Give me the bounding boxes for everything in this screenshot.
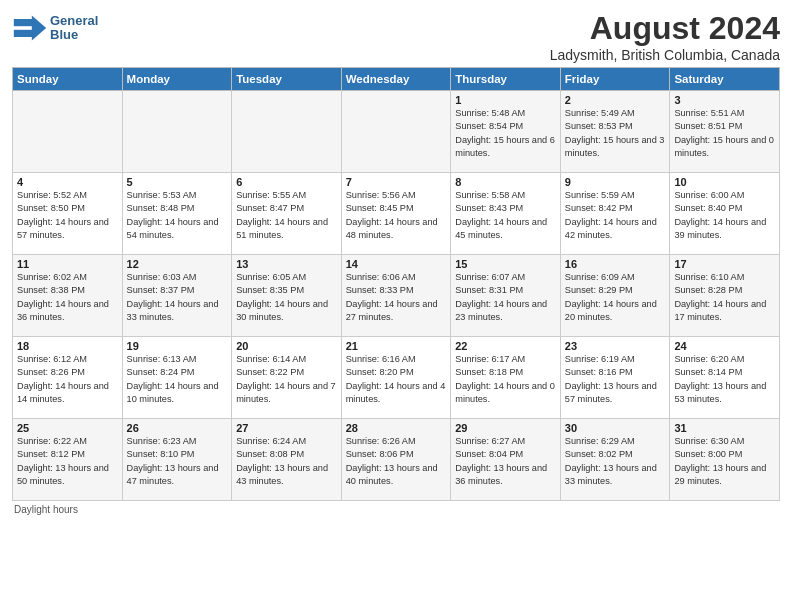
day-number: 13 [236,258,337,270]
day-cell: 18Sunrise: 6:12 AM Sunset: 8:26 PM Dayli… [13,337,123,419]
day-cell: 30Sunrise: 6:29 AM Sunset: 8:02 PM Dayli… [560,419,670,501]
day-cell: 11Sunrise: 6:02 AM Sunset: 8:38 PM Dayli… [13,255,123,337]
day-info: Sunrise: 5:53 AM Sunset: 8:48 PM Dayligh… [127,189,228,242]
day-info: Sunrise: 6:02 AM Sunset: 8:38 PM Dayligh… [17,271,118,324]
day-cell: 4Sunrise: 5:52 AM Sunset: 8:50 PM Daylig… [13,173,123,255]
title-block: August 2024 Ladysmith, British Columbia,… [550,10,780,63]
day-info: Sunrise: 5:49 AM Sunset: 8:53 PM Dayligh… [565,107,666,160]
footer: Daylight hours [12,504,780,515]
day-cell: 1Sunrise: 5:48 AM Sunset: 8:54 PM Daylig… [451,91,561,173]
day-cell: 13Sunrise: 6:05 AM Sunset: 8:35 PM Dayli… [232,255,342,337]
day-info: Sunrise: 5:52 AM Sunset: 8:50 PM Dayligh… [17,189,118,242]
day-info: Sunrise: 5:58 AM Sunset: 8:43 PM Dayligh… [455,189,556,242]
day-info: Sunrise: 6:13 AM Sunset: 8:24 PM Dayligh… [127,353,228,406]
day-number: 2 [565,94,666,106]
day-number: 26 [127,422,228,434]
week-row-1: 1Sunrise: 5:48 AM Sunset: 8:54 PM Daylig… [13,91,780,173]
week-row-2: 4Sunrise: 5:52 AM Sunset: 8:50 PM Daylig… [13,173,780,255]
day-number: 15 [455,258,556,270]
day-info: Sunrise: 6:12 AM Sunset: 8:26 PM Dayligh… [17,353,118,406]
svg-rect-2 [14,19,34,26]
day-info: Sunrise: 6:29 AM Sunset: 8:02 PM Dayligh… [565,435,666,488]
day-info: Sunrise: 5:55 AM Sunset: 8:47 PM Dayligh… [236,189,337,242]
day-cell: 20Sunrise: 6:14 AM Sunset: 8:22 PM Dayli… [232,337,342,419]
day-number: 25 [17,422,118,434]
day-number: 5 [127,176,228,188]
day-cell: 31Sunrise: 6:30 AM Sunset: 8:00 PM Dayli… [670,419,780,501]
day-cell: 8Sunrise: 5:58 AM Sunset: 8:43 PM Daylig… [451,173,561,255]
day-cell: 9Sunrise: 5:59 AM Sunset: 8:42 PM Daylig… [560,173,670,255]
day-number: 19 [127,340,228,352]
day-info: Sunrise: 6:22 AM Sunset: 8:12 PM Dayligh… [17,435,118,488]
day-cell [232,91,342,173]
weekday-header-row: SundayMondayTuesdayWednesdayThursdayFrid… [13,68,780,91]
day-number: 16 [565,258,666,270]
day-cell: 21Sunrise: 6:16 AM Sunset: 8:20 PM Dayli… [341,337,451,419]
day-cell: 23Sunrise: 6:19 AM Sunset: 8:16 PM Dayli… [560,337,670,419]
day-number: 22 [455,340,556,352]
day-info: Sunrise: 6:16 AM Sunset: 8:20 PM Dayligh… [346,353,447,406]
weekday-header-thursday: Thursday [451,68,561,91]
day-number: 6 [236,176,337,188]
logo-line2: Blue [50,28,98,42]
day-number: 10 [674,176,775,188]
day-cell: 29Sunrise: 6:27 AM Sunset: 8:04 PM Dayli… [451,419,561,501]
day-number: 14 [346,258,447,270]
day-number: 1 [455,94,556,106]
day-info: Sunrise: 5:56 AM Sunset: 8:45 PM Dayligh… [346,189,447,242]
day-info: Sunrise: 6:19 AM Sunset: 8:16 PM Dayligh… [565,353,666,406]
day-cell: 27Sunrise: 6:24 AM Sunset: 8:08 PM Dayli… [232,419,342,501]
day-cell: 17Sunrise: 6:10 AM Sunset: 8:28 PM Dayli… [670,255,780,337]
day-cell [122,91,232,173]
day-info: Sunrise: 6:06 AM Sunset: 8:33 PM Dayligh… [346,271,447,324]
day-cell: 26Sunrise: 6:23 AM Sunset: 8:10 PM Dayli… [122,419,232,501]
month-title: August 2024 [550,10,780,47]
day-info: Sunrise: 6:05 AM Sunset: 8:35 PM Dayligh… [236,271,337,324]
day-number: 30 [565,422,666,434]
day-number: 24 [674,340,775,352]
day-number: 29 [455,422,556,434]
day-info: Sunrise: 6:23 AM Sunset: 8:10 PM Dayligh… [127,435,228,488]
day-number: 28 [346,422,447,434]
logo-icon [12,10,48,46]
day-info: Sunrise: 6:03 AM Sunset: 8:37 PM Dayligh… [127,271,228,324]
day-info: Sunrise: 6:24 AM Sunset: 8:08 PM Dayligh… [236,435,337,488]
weekday-header-wednesday: Wednesday [341,68,451,91]
day-cell: 2Sunrise: 5:49 AM Sunset: 8:53 PM Daylig… [560,91,670,173]
day-number: 21 [346,340,447,352]
day-info: Sunrise: 6:27 AM Sunset: 8:04 PM Dayligh… [455,435,556,488]
day-cell: 7Sunrise: 5:56 AM Sunset: 8:45 PM Daylig… [341,173,451,255]
day-number: 9 [565,176,666,188]
weekday-header-tuesday: Tuesday [232,68,342,91]
day-cell: 6Sunrise: 5:55 AM Sunset: 8:47 PM Daylig… [232,173,342,255]
day-number: 3 [674,94,775,106]
day-info: Sunrise: 6:00 AM Sunset: 8:40 PM Dayligh… [674,189,775,242]
day-info: Sunrise: 5:48 AM Sunset: 8:54 PM Dayligh… [455,107,556,160]
week-row-5: 25Sunrise: 6:22 AM Sunset: 8:12 PM Dayli… [13,419,780,501]
day-number: 11 [17,258,118,270]
weekday-header-saturday: Saturday [670,68,780,91]
svg-rect-3 [14,30,34,37]
day-info: Sunrise: 5:59 AM Sunset: 8:42 PM Dayligh… [565,189,666,242]
day-info: Sunrise: 6:09 AM Sunset: 8:29 PM Dayligh… [565,271,666,324]
day-info: Sunrise: 6:14 AM Sunset: 8:22 PM Dayligh… [236,353,337,406]
day-number: 4 [17,176,118,188]
day-number: 8 [455,176,556,188]
logo-text: General Blue [50,14,98,43]
day-cell: 25Sunrise: 6:22 AM Sunset: 8:12 PM Dayli… [13,419,123,501]
day-cell: 19Sunrise: 6:13 AM Sunset: 8:24 PM Dayli… [122,337,232,419]
day-number: 7 [346,176,447,188]
day-cell: 24Sunrise: 6:20 AM Sunset: 8:14 PM Dayli… [670,337,780,419]
day-cell: 5Sunrise: 5:53 AM Sunset: 8:48 PM Daylig… [122,173,232,255]
header: General Blue August 2024 Ladysmith, Brit… [12,10,780,63]
location: Ladysmith, British Columbia, Canada [550,47,780,63]
day-cell: 12Sunrise: 6:03 AM Sunset: 8:37 PM Dayli… [122,255,232,337]
day-cell [13,91,123,173]
day-cell: 10Sunrise: 6:00 AM Sunset: 8:40 PM Dayli… [670,173,780,255]
day-info: Sunrise: 6:30 AM Sunset: 8:00 PM Dayligh… [674,435,775,488]
day-number: 17 [674,258,775,270]
weekday-header-monday: Monday [122,68,232,91]
day-info: Sunrise: 6:10 AM Sunset: 8:28 PM Dayligh… [674,271,775,324]
day-cell: 3Sunrise: 5:51 AM Sunset: 8:51 PM Daylig… [670,91,780,173]
day-cell [341,91,451,173]
